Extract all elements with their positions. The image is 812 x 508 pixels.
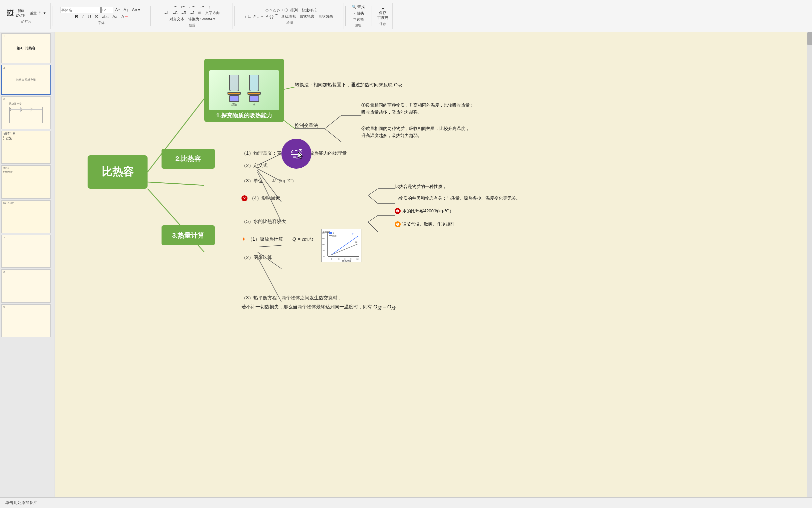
columns-button[interactable]: ⊞ [197,10,202,16]
slide-thumb-2[interactable]: 2 比热容 思维导图 [1,65,51,95]
branch2-node[interactable]: 2.比热容 [161,149,215,169]
font-size-down-button[interactable]: A↓ [122,7,130,13]
branch1-label: 1.探究物质的吸热能力 [216,112,272,119]
setup-right: 水 [247,75,261,106]
separator-2 [150,6,150,26]
font-size-up-button[interactable]: A↑ [114,7,122,13]
svg-text:煤油: 煤油 [332,235,336,237]
svg-line-9 [325,129,341,142]
scrollbar-thumb[interactable] [807,32,812,45]
underline-button[interactable]: U [86,13,92,20]
slide-num-8: 8 [3,271,5,274]
slide-thumb-3[interactable]: 3 比热容 表格 ABC 123 [1,96,51,129]
status-bar: 单击此处添加备注 [0,497,812,508]
water-icon-2: ❷ [395,221,401,227]
smartart-button[interactable]: 转换为 SmartArt [187,16,216,22]
select-button[interactable]: ⬚ 选择 [351,16,365,23]
align-left-button[interactable]: ≡L [163,10,170,15]
save-cloud-button[interactable]: ☁保存百度云 [376,5,390,21]
slide-buttons-row: 🖼 新建幻灯片 重置 节 ▼ [5,8,48,19]
water-item-1: ❶ 水的比热容4200J/(kg·℃） [395,208,453,214]
slide-thumb-1[interactable]: 1 第3、比热容 [1,33,51,64]
svg-line-20 [368,215,378,222]
slide-thumb-8[interactable]: 8 [1,269,51,303]
branch1-node[interactable]: 煤油 水 1.探究物质的吸热能力 [204,59,284,122]
clear-format-button[interactable]: Aa✦ [131,7,142,13]
note-placeholder[interactable]: 单击此处添加备注 [5,500,37,506]
slide-num-3: 3 [3,97,5,101]
separator-3 [235,6,235,26]
bold-button[interactable]: B [74,13,80,20]
formula-circle[interactable]: c = Q m△t [281,139,312,169]
conversion-method-text: 转换法：相同加热装置下，通过加热时间来反映 Q吸 [295,82,402,88]
branch3-node[interactable]: 3.热量计算 [161,225,215,245]
slide-thumb-5[interactable]: 5 练习题 各种图表内容... [1,165,51,199]
control-item-1: ①质量相同的两种物质，升高相同的温度，比较吸收热量；吸收热量越多，吸热能力越强。 [362,102,474,116]
new-slide-button[interactable]: 🖼 新建幻灯片 [5,8,27,19]
slide-num-6: 6 [3,201,5,205]
indent-less-button[interactable]: ←≡ [188,4,196,10]
font-name-input[interactable] [61,7,101,13]
indent-more-button[interactable]: →≡ [197,4,205,10]
branch2-label: 2.比热容 [176,154,201,163]
quick-style-button[interactable]: 快速样式 [300,7,318,13]
para-row-3: 对齐文本 转换为 SmartArt [168,16,216,22]
change-case-button[interactable]: Aa [111,14,119,20]
line-spacing-button[interactable]: ↕ [207,4,211,10]
shape-fill-button[interactable]: 形状填充 [280,13,297,20]
slide-thumb-6[interactable]: 6 知识点总结 [1,200,51,233]
list-bullet-button[interactable]: ≡ [173,4,178,10]
slide-4-preview: 比热容 计算 Q = cmΔtc = Q/mΔt [2,131,50,163]
font-section: A↑ A↓ Aa✦ B I U S abc Aa A▬ 字体 [55,3,148,29]
vertical-scrollbar[interactable] [807,32,812,497]
svg-text:20: 20 [322,249,325,251]
align-justify-button[interactable]: ≡J [189,10,195,15]
slide-1-label: 第3、比热容 [17,46,35,51]
separator-4 [345,6,346,26]
align-center-button[interactable]: ≡C [172,10,179,15]
slide-num-4: 4 [3,132,5,135]
svg-line-16 [368,189,378,195]
slide-num-7: 7 [3,236,5,239]
central-node[interactable]: 比热容 [88,155,148,189]
canvas-content: 比热容 煤油 水 1.探究物质的吸热能力 [55,32,812,497]
text-direction-button[interactable]: 文字方向 [204,10,221,16]
para-row-1: ≡ 1≡ ←≡ →≡ ↕ [173,4,211,10]
shadow-button[interactable]: abc [101,14,109,20]
shape-outline-button[interactable]: 形状轮廓 [298,13,316,20]
replace-button[interactable]: → 替换 [351,10,365,16]
specific-heat-item-5: （5）水的比热容较大 [241,219,286,225]
specific-heat-item-2: （2）定义式 [241,163,268,169]
svg-text:9: 9 [350,258,352,260]
slide-panel: 1 第3、比热容 2 比热容 思维导图 3 比热容 表格 ABC 123 4 比… [0,32,55,497]
heat-calc-item-2: （2）图像计算 [241,255,272,261]
reset-button[interactable]: 重置 节 ▼ [29,10,48,16]
strikethrough-button[interactable]: S [94,13,99,20]
slide-thumb-9[interactable]: 9 [1,304,51,337]
setup-left: 煤油 [228,75,241,106]
water-item-2: ❷ 调节气温、取暖、作冷却剂 [395,221,454,227]
edit-section: 🔍 查找 → 替换 ⬚ 选择 编辑 [348,3,369,29]
align-right-button[interactable]: ≡R [180,10,188,15]
heat-calc-item-1: ✦ （1）吸放热计算 Q = cm△t [241,236,313,242]
slide-thumb-4[interactable]: 4 比热容 计算 Q = cmΔtc = Q/mΔt [1,131,51,164]
branch3-label: 3.热量计算 [172,231,204,240]
list-number-button[interactable]: 1≡ [179,4,186,10]
slide-thumb-7[interactable]: 7 [1,235,51,268]
arrange-button[interactable]: 排列 [289,7,299,13]
control-variable-text: 控制变量法 [295,123,318,129]
formula-text: c = Q m△t [291,148,302,159]
find-button[interactable]: 🔍 查找 [350,4,366,10]
svg-text:80: 80 [322,232,325,234]
influence-item-1: 比热容是物质的一种性质； [395,184,447,190]
toolbar: 🖼 新建幻灯片 重置 节 ▼ 幻灯片 A↑ A↓ Aa✦ B I U S abc… [0,0,812,32]
shape-effect-button[interactable]: 形状效果 [317,13,334,20]
align-text-button[interactable]: 对齐文本 [168,16,186,22]
influence-item-2: 与物质的种类和物态有关；与质量、吸热多少、温度变化等无关。 [395,195,520,201]
font-color-button[interactable]: A▬ [120,14,129,20]
italic-button[interactable]: I [81,13,85,20]
font-size-input[interactable] [101,7,113,13]
slide-num-5: 5 [3,167,5,170]
font-section-label: 字体 [98,21,105,25]
water-icon-1: ❶ [395,208,401,214]
